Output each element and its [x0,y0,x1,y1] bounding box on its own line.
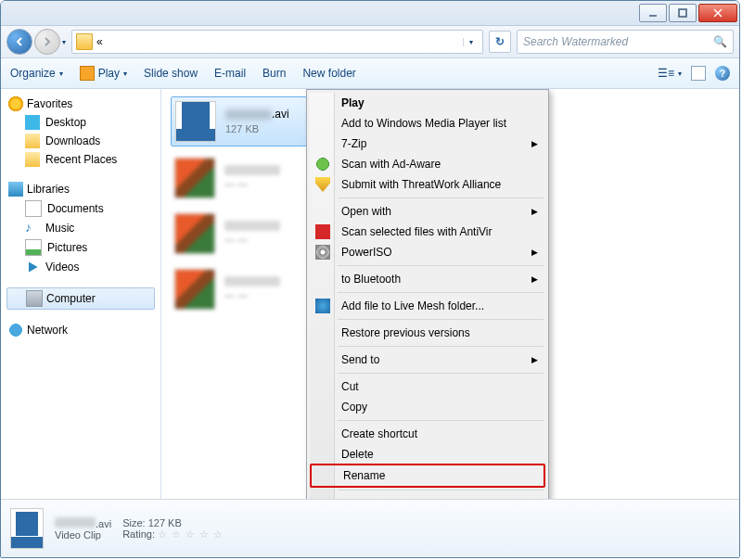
libraries-group[interactable]: Libraries [3,180,159,198]
ctx-copy[interactable]: Copy [310,397,545,417]
image-thumb [174,269,215,310]
pictures-icon [25,239,42,256]
ctx-rename[interactable]: Rename [310,464,545,488]
ctx-livemesh[interactable]: Add file to Live Mesh folder... [310,296,545,316]
file-name [224,276,280,286]
ctx-add-to-wmp-list[interactable]: Add to Windows Media Player list [310,113,545,134]
ctx-bluetooth[interactable]: to Bluetooth▶ [310,269,545,289]
sidebar-item-recent[interactable]: Recent Places [3,150,159,169]
favorites-group[interactable]: Favorites [3,95,159,113]
file-list[interactable]: .avi 127 KB — — — — — — Play Add to Wind… [161,89,739,499]
downloads-icon [25,134,40,148]
details-type: Video Clip [55,529,111,541]
videos-icon [25,260,40,274]
burn-button[interactable]: Burn [262,67,286,80]
ctx-threatwork[interactable]: Submit with ThreatWork Alliance [310,174,545,195]
details-filename [55,517,96,528]
close-button[interactable] [698,4,737,22]
preview-pane-button[interactable] [691,66,706,81]
sidebar-item-desktop[interactable]: Desktop [3,113,159,132]
file-name [224,221,280,231]
ctx-properties[interactable]: Properties [310,493,545,499]
poweriso-icon [315,245,330,260]
sidebar-item-network[interactable]: Network [3,321,159,339]
details-pane: .avi Video Clip Size: 127 KB Rating: ☆ ☆… [1,499,739,557]
newfolder-button[interactable]: New folder [302,67,355,80]
file-name [224,165,280,175]
slideshow-button[interactable]: Slide show [144,67,198,80]
ctx-openwith[interactable]: Open with▶ [310,201,545,222]
antivir-icon [315,224,330,239]
email-button[interactable]: E-mail [214,67,246,80]
ctx-restore[interactable]: Restore previous versions [310,323,545,343]
sidebar-item-videos[interactable]: Videos [3,258,159,276]
help-button[interactable]: ? [715,66,730,81]
sidebar-item-music[interactable]: ♪Music [3,219,159,237]
libraries-icon [8,182,23,197]
image-thumb [174,158,215,198]
sidebar-item-pictures[interactable]: Pictures [3,237,159,258]
play-button[interactable]: Play ▾ [80,66,127,81]
threatwork-icon [315,177,330,192]
ctx-antivir[interactable]: Scan selected files with AntiVir [310,222,545,242]
ctx-poweriso[interactable]: PowerISO▶ [310,242,545,262]
file-meta: — — [224,288,280,301]
ctx-sendto[interactable]: Send to▶ [310,350,545,370]
details-size-value: 127 KB [148,517,182,528]
avi-file-icon [175,101,216,142]
recent-icon [25,152,40,167]
music-icon: ♪ [25,221,40,235]
toolbar: Organize ▾ Play ▾ Slide show E-mail Burn… [1,58,739,89]
sidebar-item-downloads[interactable]: Downloads [3,132,159,150]
file-size: 127 KB [225,122,289,135]
breadcrumb-dropdown[interactable]: ▾ [463,38,479,46]
sidebar-item-documents[interactable]: Documents [3,198,159,219]
ctx-delete[interactable]: Delete [310,444,545,465]
history-dropdown[interactable]: ▾ [62,38,66,46]
folder-icon [76,33,93,50]
ctx-adaware[interactable]: Scan with Ad-Aware [310,154,545,174]
file-meta: — — [224,177,280,190]
refresh-button[interactable]: ↻ [489,31,511,53]
address-bar: ▾ « ▾ ↻ Search Watermarked 🔍 [1,26,739,58]
ctx-shortcut[interactable]: Create shortcut [310,424,545,444]
forward-button[interactable] [34,29,60,55]
maximize-button[interactable] [669,4,697,22]
organize-button[interactable]: Organize ▾ [10,67,63,80]
ctx-cut[interactable]: Cut [310,376,545,397]
search-input[interactable]: Search Watermarked 🔍 [517,30,734,54]
file-name: .avi [225,108,289,122]
sidebar-item-computer[interactable]: Computer [6,287,155,310]
adaware-icon [315,157,330,172]
back-button[interactable] [6,29,32,55]
context-menu: Play Add to Windows Media Player list 7-… [306,89,549,499]
computer-icon [26,290,43,307]
file-meta: — — [224,233,280,246]
details-file-icon [10,508,44,549]
search-icon: 🔍 [713,35,727,48]
search-placeholder: Search Watermarked [523,35,628,48]
minimize-button[interactable] [639,4,667,22]
navigation-pane: Favorites Desktop Downloads Recent Place… [1,89,161,499]
livemesh-icon [315,299,330,313]
documents-icon [25,200,42,217]
breadcrumb[interactable]: « ▾ [71,30,483,54]
svg-rect-1 [679,9,686,17]
titlebar [1,1,739,26]
ctx-7zip[interactable]: 7-Zip▶ [310,134,545,154]
breadcrumb-text: « [96,35,103,48]
image-thumb [174,213,215,254]
rating-stars[interactable]: ☆ ☆ ☆ ☆ ☆ [158,528,224,540]
ctx-play[interactable]: Play [310,93,545,113]
network-icon [8,323,23,337]
view-options-button[interactable]: ☰≡ ▾ [658,67,682,80]
star-icon [8,96,23,111]
desktop-icon [25,115,40,130]
